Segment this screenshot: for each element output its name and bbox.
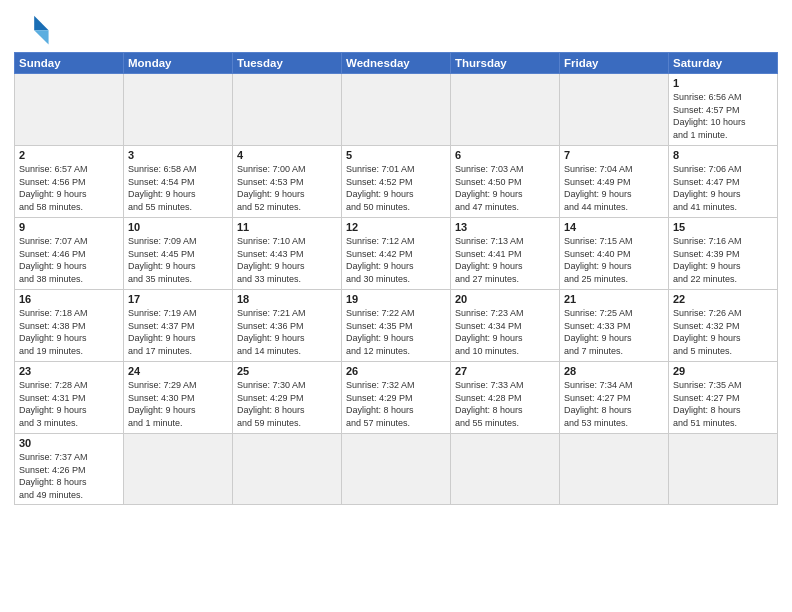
day-number: 24 (128, 365, 228, 377)
calendar-cell: 22Sunrise: 7:26 AM Sunset: 4:32 PM Dayli… (669, 290, 778, 362)
day-info: Sunrise: 7:25 AM Sunset: 4:33 PM Dayligh… (564, 307, 664, 357)
day-number: 29 (673, 365, 773, 377)
logo (14, 10, 54, 46)
day-info: Sunrise: 7:18 AM Sunset: 4:38 PM Dayligh… (19, 307, 119, 357)
day-info: Sunrise: 7:00 AM Sunset: 4:53 PM Dayligh… (237, 163, 337, 213)
day-info: Sunrise: 6:58 AM Sunset: 4:54 PM Dayligh… (128, 163, 228, 213)
day-number: 8 (673, 149, 773, 161)
day-number: 16 (19, 293, 119, 305)
day-info: Sunrise: 7:06 AM Sunset: 4:47 PM Dayligh… (673, 163, 773, 213)
calendar-cell: 29Sunrise: 7:35 AM Sunset: 4:27 PM Dayli… (669, 362, 778, 434)
calendar-cell (124, 434, 233, 505)
day-number: 6 (455, 149, 555, 161)
svg-marker-0 (34, 16, 48, 30)
day-info: Sunrise: 7:03 AM Sunset: 4:50 PM Dayligh… (455, 163, 555, 213)
calendar-cell: 19Sunrise: 7:22 AM Sunset: 4:35 PM Dayli… (342, 290, 451, 362)
calendar-cell: 10Sunrise: 7:09 AM Sunset: 4:45 PM Dayli… (124, 218, 233, 290)
calendar-cell (342, 434, 451, 505)
day-header-tuesday: Tuesday (233, 53, 342, 74)
calendar-cell: 16Sunrise: 7:18 AM Sunset: 4:38 PM Dayli… (15, 290, 124, 362)
calendar-cell (451, 74, 560, 146)
calendar-cell: 6Sunrise: 7:03 AM Sunset: 4:50 PM Daylig… (451, 146, 560, 218)
calendar-cell: 9Sunrise: 7:07 AM Sunset: 4:46 PM Daylig… (15, 218, 124, 290)
calendar-week-row: 2Sunrise: 6:57 AM Sunset: 4:56 PM Daylig… (15, 146, 778, 218)
day-number: 19 (346, 293, 446, 305)
day-info: Sunrise: 7:22 AM Sunset: 4:35 PM Dayligh… (346, 307, 446, 357)
day-info: Sunrise: 6:56 AM Sunset: 4:57 PM Dayligh… (673, 91, 773, 141)
calendar-cell (560, 434, 669, 505)
day-header-sunday: Sunday (15, 53, 124, 74)
day-number: 20 (455, 293, 555, 305)
day-info: Sunrise: 7:19 AM Sunset: 4:37 PM Dayligh… (128, 307, 228, 357)
day-number: 2 (19, 149, 119, 161)
day-info: Sunrise: 7:09 AM Sunset: 4:45 PM Dayligh… (128, 235, 228, 285)
calendar-cell: 23Sunrise: 7:28 AM Sunset: 4:31 PM Dayli… (15, 362, 124, 434)
day-number: 27 (455, 365, 555, 377)
day-info: Sunrise: 7:15 AM Sunset: 4:40 PM Dayligh… (564, 235, 664, 285)
day-header-wednesday: Wednesday (342, 53, 451, 74)
day-header-thursday: Thursday (451, 53, 560, 74)
calendar-cell: 20Sunrise: 7:23 AM Sunset: 4:34 PM Dayli… (451, 290, 560, 362)
calendar-week-row: 23Sunrise: 7:28 AM Sunset: 4:31 PM Dayli… (15, 362, 778, 434)
calendar-cell: 28Sunrise: 7:34 AM Sunset: 4:27 PM Dayli… (560, 362, 669, 434)
day-number: 14 (564, 221, 664, 233)
calendar-cell: 25Sunrise: 7:30 AM Sunset: 4:29 PM Dayli… (233, 362, 342, 434)
day-info: Sunrise: 7:32 AM Sunset: 4:29 PM Dayligh… (346, 379, 446, 429)
day-number: 9 (19, 221, 119, 233)
day-info: Sunrise: 7:12 AM Sunset: 4:42 PM Dayligh… (346, 235, 446, 285)
calendar-cell (451, 434, 560, 505)
day-info: Sunrise: 7:23 AM Sunset: 4:34 PM Dayligh… (455, 307, 555, 357)
day-number: 26 (346, 365, 446, 377)
calendar-cell: 7Sunrise: 7:04 AM Sunset: 4:49 PM Daylig… (560, 146, 669, 218)
calendar-week-row: 30Sunrise: 7:37 AM Sunset: 4:26 PM Dayli… (15, 434, 778, 505)
day-number: 12 (346, 221, 446, 233)
header (14, 10, 778, 46)
day-info: Sunrise: 7:21 AM Sunset: 4:36 PM Dayligh… (237, 307, 337, 357)
day-info: Sunrise: 7:29 AM Sunset: 4:30 PM Dayligh… (128, 379, 228, 429)
calendar-cell: 15Sunrise: 7:16 AM Sunset: 4:39 PM Dayli… (669, 218, 778, 290)
day-info: Sunrise: 7:04 AM Sunset: 4:49 PM Dayligh… (564, 163, 664, 213)
day-number: 1 (673, 77, 773, 89)
day-info: Sunrise: 7:07 AM Sunset: 4:46 PM Dayligh… (19, 235, 119, 285)
calendar-cell: 3Sunrise: 6:58 AM Sunset: 4:54 PM Daylig… (124, 146, 233, 218)
day-number: 30 (19, 437, 119, 449)
day-number: 28 (564, 365, 664, 377)
day-info: Sunrise: 7:34 AM Sunset: 4:27 PM Dayligh… (564, 379, 664, 429)
day-number: 22 (673, 293, 773, 305)
generalblue-logo-icon (14, 10, 50, 46)
day-info: Sunrise: 7:10 AM Sunset: 4:43 PM Dayligh… (237, 235, 337, 285)
day-info: Sunrise: 7:26 AM Sunset: 4:32 PM Dayligh… (673, 307, 773, 357)
svg-marker-1 (34, 30, 48, 44)
calendar-cell: 4Sunrise: 7:00 AM Sunset: 4:53 PM Daylig… (233, 146, 342, 218)
calendar-cell (124, 74, 233, 146)
day-info: Sunrise: 7:30 AM Sunset: 4:29 PM Dayligh… (237, 379, 337, 429)
day-number: 7 (564, 149, 664, 161)
calendar-cell: 18Sunrise: 7:21 AM Sunset: 4:36 PM Dayli… (233, 290, 342, 362)
calendar-cell: 1Sunrise: 6:56 AM Sunset: 4:57 PM Daylig… (669, 74, 778, 146)
day-info: Sunrise: 7:33 AM Sunset: 4:28 PM Dayligh… (455, 379, 555, 429)
day-number: 17 (128, 293, 228, 305)
calendar-cell (15, 74, 124, 146)
calendar-cell (233, 74, 342, 146)
day-number: 10 (128, 221, 228, 233)
calendar-cell: 8Sunrise: 7:06 AM Sunset: 4:47 PM Daylig… (669, 146, 778, 218)
day-info: Sunrise: 7:13 AM Sunset: 4:41 PM Dayligh… (455, 235, 555, 285)
calendar-week-row: 16Sunrise: 7:18 AM Sunset: 4:38 PM Dayli… (15, 290, 778, 362)
day-info: Sunrise: 7:35 AM Sunset: 4:27 PM Dayligh… (673, 379, 773, 429)
calendar-cell: 24Sunrise: 7:29 AM Sunset: 4:30 PM Dayli… (124, 362, 233, 434)
calendar-cell: 2Sunrise: 6:57 AM Sunset: 4:56 PM Daylig… (15, 146, 124, 218)
calendar-cell: 12Sunrise: 7:12 AM Sunset: 4:42 PM Dayli… (342, 218, 451, 290)
calendar-header-row: SundayMondayTuesdayWednesdayThursdayFrid… (15, 53, 778, 74)
calendar-cell: 26Sunrise: 7:32 AM Sunset: 4:29 PM Dayli… (342, 362, 451, 434)
day-info: Sunrise: 7:16 AM Sunset: 4:39 PM Dayligh… (673, 235, 773, 285)
calendar-cell: 5Sunrise: 7:01 AM Sunset: 4:52 PM Daylig… (342, 146, 451, 218)
day-header-monday: Monday (124, 53, 233, 74)
page: SundayMondayTuesdayWednesdayThursdayFrid… (0, 0, 792, 612)
calendar-table: SundayMondayTuesdayWednesdayThursdayFrid… (14, 52, 778, 505)
day-header-saturday: Saturday (669, 53, 778, 74)
day-info: Sunrise: 7:01 AM Sunset: 4:52 PM Dayligh… (346, 163, 446, 213)
calendar-cell: 17Sunrise: 7:19 AM Sunset: 4:37 PM Dayli… (124, 290, 233, 362)
calendar-cell: 27Sunrise: 7:33 AM Sunset: 4:28 PM Dayli… (451, 362, 560, 434)
calendar-cell (233, 434, 342, 505)
day-header-friday: Friday (560, 53, 669, 74)
